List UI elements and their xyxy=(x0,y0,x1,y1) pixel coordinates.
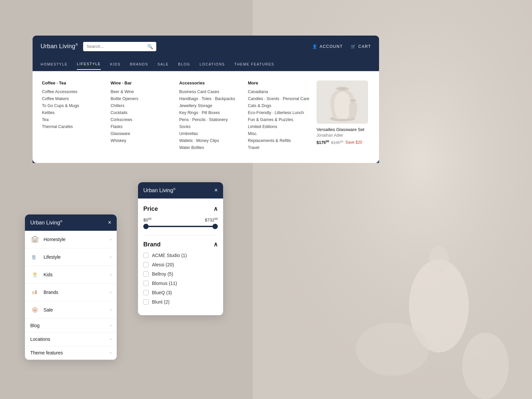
link-coffee-makers[interactable]: Coffee Makers xyxy=(42,96,105,101)
account-button[interactable]: 👤 ACCOUNT xyxy=(312,44,343,49)
chevron-right-icon-7: › xyxy=(110,337,111,341)
chevron-right-icon-6: › xyxy=(110,323,111,328)
brand-checkbox-bellroy[interactable] xyxy=(143,271,149,277)
mobile-nav-item-kids[interactable]: Kids › xyxy=(25,266,117,284)
search-icon[interactable]: 🔍 xyxy=(147,44,153,49)
cart-button[interactable]: 🛒 CART xyxy=(351,44,371,49)
mobile-nav-label-brands: Brands xyxy=(44,290,110,295)
search-bar[interactable]: 🔍 xyxy=(83,42,156,51)
link-fun-games[interactable]: Fun & Games & Puzzles xyxy=(248,117,312,122)
link-chillers[interactable]: Chillers xyxy=(111,103,174,108)
nav-header: Urban Living® 🔍 👤 ACCOUNT 🛒 CART xyxy=(33,36,379,57)
link-thermal-carafes[interactable]: Thermal Carafes xyxy=(42,124,105,129)
link-tea[interactable]: Tea xyxy=(42,117,105,122)
link-coffee-accessories[interactable]: Coffee Accessories xyxy=(42,89,105,94)
mobile-nav-item-theme-features[interactable]: Theme features › xyxy=(25,346,117,360)
nav-item-theme-features[interactable]: THEME FEATURES xyxy=(234,59,274,69)
brand-checkbox-acme[interactable] xyxy=(143,253,149,258)
link-business-card[interactable]: Business Card Cases xyxy=(179,89,243,94)
brand-row-blomus[interactable]: Blomus (11) xyxy=(143,281,218,286)
link-canadiana[interactable]: Canadiana xyxy=(248,89,312,94)
brand-row-blunt[interactable]: Blunt (2) xyxy=(143,299,218,305)
link-whiskey[interactable]: Whiskey xyxy=(111,138,174,143)
price-slider-thumb-left[interactable] xyxy=(143,224,149,229)
brand-row-blueq[interactable]: BlueQ (3) xyxy=(143,290,218,295)
link-beer-wine[interactable]: Beer & Wine xyxy=(111,89,174,94)
brand-section-title[interactable]: Brand ∧ xyxy=(143,241,218,248)
link-kettles[interactable]: Kettles xyxy=(42,110,105,115)
link-cats-dogs[interactable]: Cats & Dogs xyxy=(248,103,312,108)
brand-label-blueq: BlueQ (3) xyxy=(152,290,172,295)
nav-item-sale[interactable]: SALE xyxy=(157,59,169,69)
cart-icon: 🛒 xyxy=(351,44,356,49)
nav-item-kids[interactable]: KIDS xyxy=(110,59,121,69)
link-wallets[interactable]: Wallets · Money Clips xyxy=(179,138,243,143)
mobile-close-button[interactable]: × xyxy=(108,219,111,226)
link-glassware[interactable]: Glassware xyxy=(111,131,174,136)
nav-item-brands[interactable]: BRANDS xyxy=(130,59,148,69)
brand-checkbox-alessi[interactable] xyxy=(143,262,149,267)
link-travel[interactable]: Travel xyxy=(248,145,312,150)
link-key-rings[interactable]: Key Rings · Pill Boxes xyxy=(179,110,243,115)
link-flasks[interactable]: Flasks xyxy=(111,124,174,129)
link-candles[interactable]: Candles · Scents · Personal Care xyxy=(248,96,312,101)
link-replacements[interactable]: Replacements & Refills xyxy=(248,138,312,143)
nav-item-blog[interactable]: BLOG xyxy=(178,59,191,69)
brand-checkbox-blunt[interactable] xyxy=(143,299,149,305)
mobile-nav-item-sale[interactable]: % Sale › xyxy=(25,301,117,319)
mobile-nav-item-blog[interactable]: Blog › xyxy=(25,319,117,332)
filter-close-button[interactable]: × xyxy=(214,187,218,194)
sale-icon: % xyxy=(30,305,40,315)
brand-checkbox-blomus[interactable] xyxy=(143,281,149,286)
brand-label-bellroy: Bellroy (5) xyxy=(152,271,173,277)
nav-item-homestyle[interactable]: HOMESTYLE xyxy=(41,59,67,69)
price-min-label: $000 xyxy=(143,217,151,222)
link-water-bottles[interactable]: Water Bottles xyxy=(179,145,243,150)
brand-row-bellroy[interactable]: Bellroy (5) xyxy=(143,271,218,277)
mobile-menu-header: Urban Living® × xyxy=(25,214,117,231)
link-limited-editions[interactable]: Limited Editions xyxy=(248,124,312,129)
dropdown-heading-coffee: Coffee · Tea xyxy=(42,80,105,85)
link-misc[interactable]: Misc. xyxy=(248,131,312,136)
price-section-title[interactable]: Price ∧ xyxy=(143,205,218,212)
mobile-nav-item-locations[interactable]: Locations › xyxy=(25,332,117,346)
mobile-nav-label-blog: Blog xyxy=(30,323,40,328)
price-save: Save $20 xyxy=(345,140,362,145)
filter-body: Price ∧ $000 $73200 Brand ∧ ACME Studio … xyxy=(138,199,223,315)
svg-point-3 xyxy=(356,323,429,376)
link-umbrellas[interactable]: Umbrellas xyxy=(179,131,243,136)
desktop-nav-container: Urban Living® 🔍 👤 ACCOUNT 🛒 CART HOMESTY… xyxy=(33,36,379,163)
brand-checkbox-blueq[interactable] xyxy=(143,290,149,295)
featured-product-title[interactable]: Versailles Glassware Set xyxy=(317,127,370,132)
nav-item-lifestyle[interactable]: LIFESTYLE xyxy=(77,59,101,70)
svg-point-15 xyxy=(33,272,37,276)
link-corkscrews[interactable]: Corkscrews xyxy=(111,117,174,122)
brand-label-alessi: Alessi (20) xyxy=(152,262,174,267)
featured-product-image[interactable] xyxy=(317,80,368,124)
search-input[interactable] xyxy=(86,44,147,49)
link-pens[interactable]: Pens · Pencils · Stationery xyxy=(179,117,243,122)
nav-item-locations[interactable]: LOCATIONS xyxy=(200,59,225,69)
link-to-go-cups[interactable]: To Go Cups & Mugs xyxy=(42,103,105,108)
mobile-logo: Urban Living® xyxy=(30,219,63,226)
price-slider-thumb-right[interactable] xyxy=(212,224,218,229)
homestyle-icon xyxy=(30,235,40,244)
link-bottle-openers[interactable]: Bottle Openers xyxy=(111,96,174,101)
chevron-right-icon-2: › xyxy=(110,255,111,259)
link-eco-friendly[interactable]: Eco-Friendly · Litterless Lunch xyxy=(248,110,312,115)
brand-row-acme[interactable]: ACME Studio (1) xyxy=(143,253,218,258)
price-slider-track[interactable] xyxy=(143,226,218,227)
brand-label-acme: ACME Studio (1) xyxy=(152,253,187,258)
mobile-nav-item-homestyle[interactable]: Homestyle › xyxy=(25,231,117,248)
dropdown-heading-accessories: Accessories xyxy=(179,80,243,85)
filter-divider xyxy=(143,235,218,235)
link-socks[interactable]: Socks xyxy=(179,124,243,129)
link-handbags[interactable]: Handbags · Totes · Backpacks xyxy=(179,96,243,101)
link-jewellery[interactable]: Jewellery Storage xyxy=(179,103,243,108)
mobile-nav-item-lifestyle[interactable]: Lifestyle › xyxy=(25,248,117,266)
mobile-nav-item-brands[interactable]: Brands › xyxy=(25,284,117,301)
mobile-nav-label-theme-features: Theme features xyxy=(30,350,63,355)
brand-row-alessi[interactable]: Alessi (20) xyxy=(143,262,218,267)
chevron-right-icon-3: › xyxy=(110,272,111,277)
link-cocktails[interactable]: Cocktails xyxy=(111,110,174,115)
